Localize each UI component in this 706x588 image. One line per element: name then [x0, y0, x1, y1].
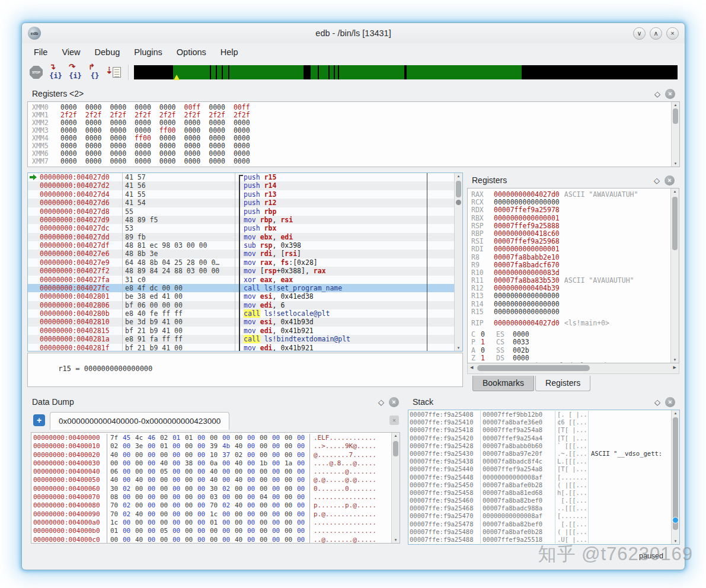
disasm-row[interactable]: 00000000:00402810be 3d b9 41 00mov esi, … — [28, 318, 462, 326]
registers-scrollbar[interactable]: ▲ ▼ — [670, 188, 679, 363]
disasm-row[interactable]: 00000000:0040280be8 40 fe ff ffcall ls!s… — [28, 309, 462, 318]
menu-item-file[interactable]: File — [27, 45, 55, 59]
step-into-button[interactable]: ↴ {i} — [47, 64, 64, 81]
disasm-row[interactable]: 00000000:004027d641 54push r12 — [28, 199, 462, 207]
disasm-row[interactable]: 00000000:00402815bf 21 b9 41 00mov edi, … — [28, 327, 462, 335]
scroll-up-icon[interactable]: ▲ — [671, 190, 679, 193]
stack-scrollbar[interactable]: ▲ ▼ — [671, 410, 679, 544]
scroll-down-icon[interactable]: ▼ — [392, 538, 400, 542]
maximize-button[interactable]: ∧ — [650, 27, 662, 40]
run-button[interactable]: ⇣ — [106, 64, 123, 81]
scroll-down-icon[interactable]: ▼ — [672, 162, 679, 165]
detach-panel-icon[interactable]: ◇ — [378, 398, 384, 406]
simd-register-row[interactable]: XMM700000000000000000000000000000000 — [28, 158, 679, 165]
hex-dump-row[interactable]: 00000000:0040009070024000000000001c00000… — [31, 510, 400, 519]
disasm-row[interactable]: 00000000:00402806bf 06 00 00 00mov edi, … — [28, 301, 462, 309]
close-panel-icon[interactable]: × — [389, 397, 399, 407]
simd-registers-header[interactable]: Registers <2> ◇ × — [27, 86, 680, 101]
flag-row[interactable]: P1CS0033 — [468, 338, 679, 346]
hex-dump-row[interactable]: 00000000:0040008070020000000000007002400… — [31, 501, 400, 510]
stack-view[interactable]: 00007ffe:f9a2540800007ffef9bb12b0[. [ |.… — [408, 410, 680, 545]
scroll-thumb[interactable] — [673, 108, 678, 124]
detach-panel-icon[interactable]: ◇ — [654, 177, 660, 184]
hex-dump-row[interactable]: 00000000:0040006030020000000000003002000… — [31, 485, 400, 493]
scroll-down-icon[interactable]: ▼ — [455, 346, 462, 350]
scroll-thumb[interactable] — [672, 197, 678, 250]
close-panel-icon[interactable]: × — [665, 89, 675, 99]
disasm-row[interactable]: 00000000:004027fa31 c0xor eax, eax — [28, 276, 462, 284]
flag-row[interactable]: Z1DS0000 — [468, 354, 679, 362]
simd-scrollbar[interactable]: ▲ ▼ — [671, 102, 679, 167]
flag-row[interactable]: A0SS002b — [468, 347, 679, 354]
hex-dump-row[interactable]: 00000000:004000c000004000000000000000400… — [31, 536, 400, 544]
stack-row[interactable]: 00007ffe:f9a2545800007fa8ba81ed68h[.[[..… — [408, 489, 679, 497]
stack-row[interactable]: 00007ffe:f9a2548000007fa8bafe0b28( |[[..… — [408, 528, 679, 536]
hex-dump-row[interactable]: 00000000:0040004006000000050000004000000… — [31, 468, 400, 476]
stack-row[interactable]: 00007ffe:f9a2540800007ffef9bb12b0[. [ |.… — [408, 411, 679, 418]
registers-header[interactable]: Registers ◇ × — [467, 172, 679, 188]
registers-hscrollbar[interactable]: ◀ ▶ — [467, 363, 679, 374]
stop-button[interactable]: STOP — [28, 64, 44, 81]
data-dump-header[interactable]: Data Dump ◇ × — [27, 394, 404, 410]
register-row-rip[interactable]: RIP00000000004027d0<ls!main+0> — [468, 319, 679, 327]
hex-dump-row[interactable]: 00000000:0040005040004000000000004000400… — [31, 476, 400, 484]
close-tab-icon[interactable]: × — [389, 416, 399, 425]
disasm-row[interactable]: 00000000:0040281fbf 21 b9 41 00mov edi, … — [28, 344, 462, 352]
stack-row[interactable]: 00007ffe:f9a2541800007ffef9a254a8[T[ |..… — [408, 426, 679, 434]
scroll-up-icon[interactable]: ▲ — [392, 434, 400, 437]
disasm-row[interactable]: 00000000:004027fce8 4f dc 00 00call ls!s… — [28, 284, 462, 292]
disasm-row[interactable]: 00000000:004027e648 8b 3emov rdi, [rsi] — [28, 250, 462, 258]
disasm-row[interactable]: 00000000:004027e964 48 8b 04 25 28 00 0…… — [28, 258, 462, 267]
hex-dump-view[interactable]: 00000000:004000007f454c46020101000000000… — [31, 432, 400, 544]
step-over-button[interactable]: ↷ {i} — [67, 64, 84, 81]
disasm-row[interactable]: 00000000:004027f248 89 84 24 88 03 00 00… — [28, 267, 462, 275]
disasm-row[interactable]: 00000000:004027d041 57push r15 — [28, 173, 462, 181]
menu-item-view[interactable]: View — [55, 45, 87, 59]
hex-dump-row[interactable]: 00000000:0040002040000000000000001037020… — [31, 451, 400, 459]
scroll-thumb[interactable] — [456, 181, 461, 197]
hex-dump-row[interactable]: 00000000:0040001002003e0001000000394b400… — [31, 442, 400, 450]
hex-dump-row[interactable]: 00000000:004000b001000000050000000000000… — [31, 527, 400, 535]
detach-panel-icon[interactable]: ◇ — [654, 398, 660, 406]
stack-row[interactable]: 00007ffe:f9a2542800007fa8babb0b60` [[[..… — [408, 442, 679, 450]
disasm-row[interactable]: 00000000:004027dd89 fbmov ebx, edi — [28, 233, 462, 241]
stack-row[interactable]: 00007ffe:f9a2547800007fa8ba82bef0 [.[[..… — [408, 520, 679, 528]
scroll-up-icon[interactable]: ▲ — [672, 103, 679, 107]
disasm-row[interactable]: 00000000:004027dc53push rbx — [28, 224, 462, 232]
stack-row[interactable]: 00007ffe:f9a2542000007ffef9a254a4[T[ |..… — [408, 434, 679, 442]
stack-row[interactable]: 00007ffe:f9a2546800007fa8badc988a..[[[..… — [408, 504, 679, 512]
disassembly-scrollbar[interactable]: ▲ ▼ — [454, 173, 462, 351]
scroll-thumb[interactable] — [673, 417, 678, 530]
scroll-thumb[interactable] — [393, 441, 398, 456]
disasm-row[interactable]: 00000000:004027d441 55push r13 — [28, 190, 462, 199]
stack-row[interactable]: 00007ffe:f9a2544800000000000008af[......… — [408, 474, 679, 481]
disasm-row[interactable]: 00000000:004027d855push rbp — [28, 207, 462, 216]
dump-region-tab[interactable]: 0x0000000000400000-0x0000000000423000 — [50, 412, 229, 430]
register-row[interactable]: R150000000000000000 — [468, 308, 679, 316]
stack-row[interactable]: 00007ffe:f9a2545000007fa8bafe0b28( |[[..… — [408, 481, 679, 489]
scroll-down-icon[interactable]: ▼ — [671, 358, 679, 362]
hex-dump-row[interactable]: 00000000:004000007f454c46020101000000000… — [31, 434, 400, 442]
close-button[interactable]: × — [666, 27, 679, 40]
disassembly-view[interactable]: 00000000:004027d041 57push r1500000000:0… — [27, 172, 463, 351]
stack-row[interactable]: 00007ffe:f9a2543000007fa8ba97e20f.~.[[..… — [408, 450, 679, 458]
scroll-up-icon[interactable]: ▲ — [455, 174, 462, 178]
scroll-thumb[interactable] — [477, 365, 590, 371]
title-bar[interactable]: edb edb - /bin/ls [13431] ∨ ∧ × — [22, 23, 685, 43]
detach-panel-icon[interactable]: ◇ — [654, 90, 660, 98]
close-panel-icon[interactable]: × — [665, 397, 675, 407]
stack-row[interactable]: 00007ffe:f9a2544000007ffef9a254a8[T[ |..… — [408, 465, 679, 473]
menu-item-options[interactable]: Options — [170, 45, 213, 59]
close-panel-icon[interactable]: × — [665, 175, 675, 186]
tab-registers[interactable]: Registers — [535, 376, 590, 391]
disasm-row[interactable]: 00000000:004027df48 81 ec 98 03 00 00sub… — [28, 241, 462, 250]
scroll-up-icon[interactable]: ▲ — [672, 411, 679, 415]
tab-bookmarks[interactable]: Bookmarks — [472, 376, 534, 391]
step-out-button[interactable]: ↱ {} — [87, 64, 103, 81]
menu-item-help[interactable]: Help — [213, 45, 245, 59]
hex-dump-scrollbar[interactable]: ▲ ▼ — [391, 433, 400, 543]
stack-row[interactable]: 00007ffe:f9a2543800007fa8badc8f4cL.[[[..… — [408, 458, 679, 465]
hex-dump-row[interactable]: 00000000:004000a01c000000000000000100000… — [31, 519, 400, 527]
add-dump-region-button[interactable]: + — [33, 414, 45, 426]
stack-header[interactable]: Stack ◇ × — [408, 394, 680, 410]
